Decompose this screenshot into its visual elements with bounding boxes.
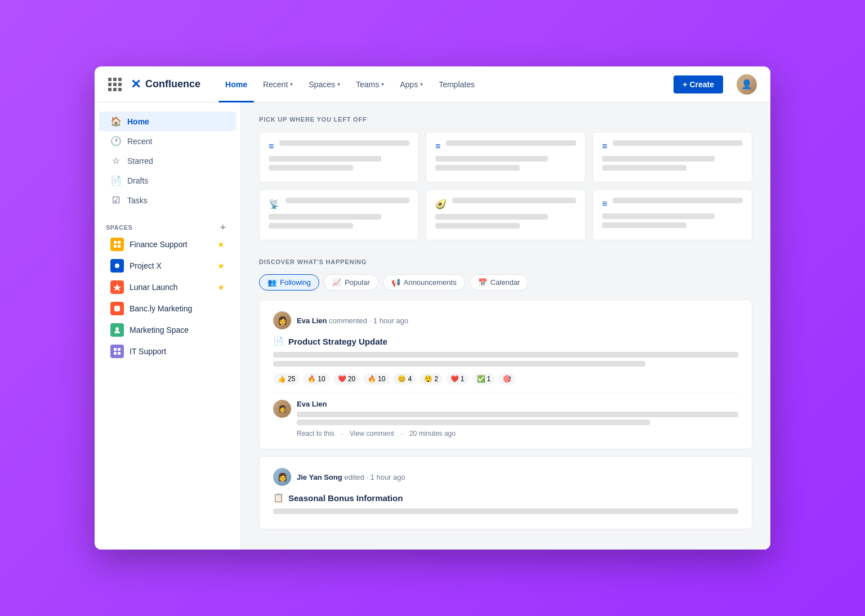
reaction-fire2[interactable]: 🔥10 [363,373,390,385]
skeleton-line [269,214,381,220]
content-skeleton [273,508,738,514]
sidebar-label-home: Home [127,117,149,126]
svg-rect-8 [114,348,117,351]
discover-section: DISCOVER WHAT'S HAPPENING 👥 Following 📈 … [259,258,752,529]
doc-icon: ≡ [269,141,274,151]
reaction-thumbsup[interactable]: 👍25 [273,373,300,385]
grid-icon[interactable] [108,78,122,91]
skeleton-line [613,140,743,146]
filter-tab-following-label: Following [280,278,311,287]
svg-rect-11 [118,352,121,355]
space-name-finance: Finance Support [130,240,212,249]
activity-title-2[interactable]: 📋 Seasonal Bonus Information [273,493,738,503]
skeleton-line [269,156,381,162]
space-star-finance: ★ [217,240,225,249]
nav-home[interactable]: Home [219,75,254,93]
react-to-this-link[interactable]: React to this [297,430,335,438]
skeleton-line [435,214,548,220]
svg-rect-2 [114,245,117,248]
sidebar-space-lunar[interactable]: Lunar Launch ★ [99,276,236,298]
skeleton-line [269,223,353,229]
sidebar-item-drafts[interactable]: 📄 Drafts [99,171,236,190]
add-space-button[interactable]: + [216,221,229,234]
chevron-down-icon: ▾ [337,81,340,87]
activity-card-2: 👩 Jie Yan Song edited · 1 hour ago 📋 Sea… [259,456,752,529]
avatar-img-eva: 👩 [273,311,291,329]
main-nav: Home Recent ▾ Spaces ▾ Teams ▾ Apps ▾ Te… [219,75,669,93]
sidebar-item-starred[interactable]: ☆ Starred [99,151,236,171]
card-header-4: 📡 [269,198,409,209]
filter-tab-calendar[interactable]: 📅 Calendar [470,274,529,291]
body: 🏠 Home 🕐 Recent ☆ Starred 📄 Drafts ☑ Tas… [95,102,770,550]
filter-tab-following[interactable]: 👥 Following [259,274,319,291]
sidebar-space-itsupport[interactable]: IT Support [99,341,236,362]
nav-recent[interactable]: Recent ▾ [256,75,300,93]
chevron-down-icon: ▾ [290,81,293,87]
avocado-icon: 🥑 [435,199,447,209]
pickup-card-5[interactable]: 🥑 [426,189,586,240]
sidebar-item-recent[interactable]: 🕐 Recent [99,131,236,151]
logo[interactable]: ✕ Confluence [131,77,200,92]
svg-rect-10 [114,352,117,355]
nav-spaces-label: Spaces [309,80,335,89]
sidebar: 🏠 Home 🕐 Recent ☆ Starred 📄 Drafts ☑ Tas… [95,102,241,550]
chevron-down-icon: ▾ [420,81,423,87]
filter-tab-popular[interactable]: 📈 Popular [324,274,378,291]
nav-spaces[interactable]: Spaces ▾ [302,75,347,93]
sidebar-space-finance[interactable]: Finance Support ★ [99,234,236,255]
reaction-heart[interactable]: ❤️20 [333,373,360,385]
filter-tab-announcements[interactable]: 📢 Announcements [383,274,465,291]
skeleton-line [602,222,686,228]
sidebar-item-tasks[interactable]: ☑ Tasks [99,190,236,210]
skeleton-line [613,198,743,203]
recent-icon: 🕐 [110,136,122,146]
svg-rect-1 [118,241,121,244]
nav-templates[interactable]: Templates [432,75,481,93]
create-button[interactable]: + Create [674,75,723,93]
activity-time-2: 1 hour ago [371,473,405,481]
drafts-icon: 📄 [110,175,122,186]
space-name-projectx: Project X [130,261,212,270]
space-icon-bancly [110,302,124,315]
nav-teams[interactable]: Teams ▾ [349,75,391,93]
pickup-card-6[interactable]: ≡ [592,189,752,240]
sidebar-space-bancly[interactable]: Banc.ly Marketing [99,298,236,319]
skeleton-line [602,165,686,171]
space-icon-lunar [110,280,124,294]
card-header-5: 🥑 [435,198,576,209]
reaction-heart2[interactable]: ❤️1 [446,373,469,385]
reactions-1: 👍25 🔥10 ❤️20 🔥10 😊4 😲2 ❤️1 ✅1 🎯 [273,373,738,385]
reaction-smile[interactable]: 😊4 [393,373,416,385]
skeleton-line [435,223,520,229]
nav-apps-label: Apps [400,80,418,89]
skeleton-line [602,213,715,219]
space-name-itsupport: IT Support [130,347,225,356]
pickup-card-4[interactable]: 📡 [259,189,419,240]
user-avatar-jie: 👩 [273,468,291,486]
sidebar-space-marketing[interactable]: Marketing Space [99,319,236,341]
pickup-card-1[interactable]: ≡ [259,132,419,182]
reaction-check[interactable]: ✅1 [472,373,496,385]
skeleton-line [452,198,576,203]
sidebar-label-recent: Recent [127,137,152,146]
reaction-fire[interactable]: 🔥10 [303,373,329,385]
content-skeleton [273,352,738,358]
skeleton-line [286,198,409,203]
following-icon: 👥 [267,278,277,287]
nav-apps[interactable]: Apps ▾ [393,75,430,93]
doc-icon: ≡ [602,141,607,151]
pickup-card-2[interactable]: ≡ [426,132,586,182]
reaction-target[interactable]: 🎯 [498,373,516,385]
header: ✕ Confluence Home Recent ▾ Spaces ▾ Team… [95,66,770,102]
user-avatar[interactable]: 👤 [737,74,757,95]
reaction-wow[interactable]: 😲2 [420,373,443,385]
activity-title-1[interactable]: 📄 Product Strategy Update [273,336,738,346]
sidebar-space-projectx[interactable]: Project X ★ [99,255,236,276]
view-comment-link[interactable]: View comment [350,430,394,438]
sidebar-item-home[interactable]: 🏠 Home [99,111,236,131]
pickup-card-3[interactable]: ≡ [592,132,752,182]
avatar-image: 👤 [737,74,757,95]
filter-tab-calendar-label: Calendar [491,278,520,287]
activity-meta-1: Eva Lien commented · 1 hour ago [297,316,408,325]
comment-avatar-eva: 👩 [273,400,291,418]
